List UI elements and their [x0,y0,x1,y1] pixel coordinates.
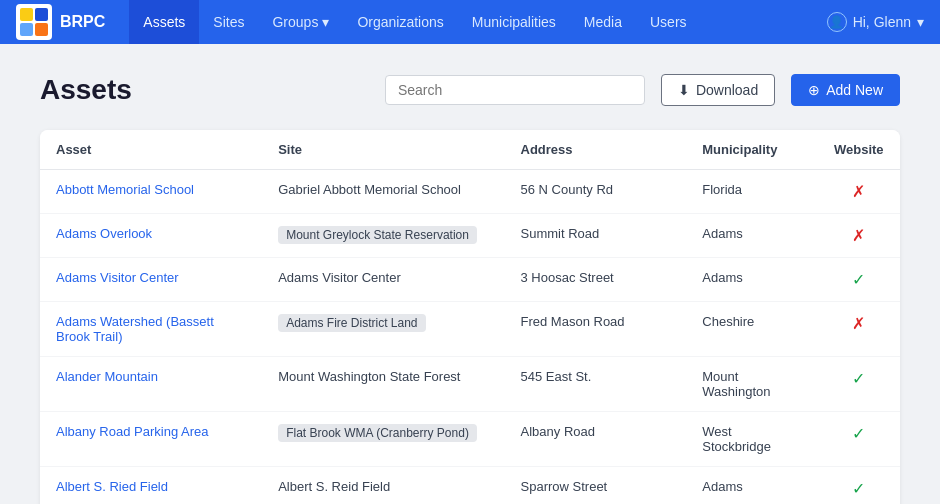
address-cell: 56 N County Rd [505,170,687,214]
add-icon: ⊕ [808,82,820,98]
website-cross-icon: ✗ [852,315,865,332]
navbar: BRPC Assets Sites Groups ▾ Organizations… [0,0,940,44]
col-header-municipality: Municipality [686,130,817,170]
col-header-website: Website [818,130,900,170]
asset-name-cell: Albert S. Ried Field [40,467,262,505]
site-cell: Albert S. Reid Field [262,467,504,505]
asset-name-cell: Adams Watershed (Bassett Brook Trail) [40,302,262,357]
header-actions: ⬇ Download ⊕ Add New [385,74,900,106]
site-label: Gabriel Abbott Memorial School [278,182,461,197]
asset-link[interactable]: Albany Road Parking Area [56,424,208,439]
address-cell: Albany Road [505,412,687,467]
municipality-cell: Adams [686,467,817,505]
table-row: Adams Visitor Center Adams Visitor Cente… [40,258,900,302]
nav-items: Assets Sites Groups ▾ Organizations Muni… [129,0,826,44]
table-row: Adams Watershed (Bassett Brook Trail) Ad… [40,302,900,357]
municipality-cell: Adams [686,214,817,258]
website-cell: ✓ [818,467,900,505]
chevron-down-icon: ▾ [322,14,329,30]
site-cell: Mount Washington State Forest [262,357,504,412]
logo-icon [16,4,52,40]
site-badge: Flat Brook WMA (Cranberry Pond) [278,424,477,442]
add-new-label: Add New [826,82,883,98]
asset-name-cell: Alander Mountain [40,357,262,412]
address-cell: Summit Road [505,214,687,258]
add-new-button[interactable]: ⊕ Add New [791,74,900,106]
col-header-site: Site [262,130,504,170]
col-header-address: Address [505,130,687,170]
website-check-icon: ✓ [852,370,865,387]
table-row: Abbott Memorial School Gabriel Abbott Me… [40,170,900,214]
website-check-icon: ✓ [852,425,865,442]
asset-link[interactable]: Adams Watershed (Bassett Brook Trail) [56,314,214,344]
assets-table: Asset Site Address Municipality Website … [40,130,900,504]
asset-name-cell: Abbott Memorial School [40,170,262,214]
table-row: Albert S. Ried Field Albert S. Reid Fiel… [40,467,900,505]
website-cell: ✗ [818,170,900,214]
user-chevron-icon: ▾ [917,14,924,30]
download-icon: ⬇ [678,82,690,98]
asset-name-cell: Adams Visitor Center [40,258,262,302]
nav-assets[interactable]: Assets [129,0,199,44]
asset-link[interactable]: Albert S. Ried Field [56,479,168,494]
brand-name: BRPC [60,13,105,31]
municipality-cell: Mount Washington [686,357,817,412]
download-button[interactable]: ⬇ Download [661,74,775,106]
website-cell: ✓ [818,412,900,467]
website-check-icon: ✓ [852,480,865,497]
municipality-cell: West Stockbridge [686,412,817,467]
col-header-asset: Asset [40,130,262,170]
assets-table-card: Asset Site Address Municipality Website … [40,130,900,504]
nav-media[interactable]: Media [570,0,636,44]
site-badge: Adams Fire District Land [278,314,425,332]
site-cell: Adams Fire District Land [262,302,504,357]
table-body: Abbott Memorial School Gabriel Abbott Me… [40,170,900,505]
asset-name-cell: Adams Overlook [40,214,262,258]
nav-sites[interactable]: Sites [199,0,258,44]
search-input[interactable] [385,75,645,105]
site-label: Albert S. Reid Field [278,479,390,494]
website-cell: ✗ [818,302,900,357]
asset-link[interactable]: Adams Visitor Center [56,270,179,285]
user-greeting: Hi, Glenn [853,14,911,30]
address-cell: Fred Mason Road [505,302,687,357]
download-label: Download [696,82,758,98]
logo: BRPC [16,4,121,40]
nav-users[interactable]: Users [636,0,701,44]
nav-organizations[interactable]: Organizations [343,0,457,44]
address-cell: 3 Hoosac Street [505,258,687,302]
nav-municipalities[interactable]: Municipalities [458,0,570,44]
website-cell: ✗ [818,214,900,258]
site-cell: Flat Brook WMA (Cranberry Pond) [262,412,504,467]
asset-link[interactable]: Adams Overlook [56,226,152,241]
site-cell: Mount Greylock State Reservation [262,214,504,258]
website-check-icon: ✓ [852,271,865,288]
municipality-cell: Adams [686,258,817,302]
municipality-cell: Florida [686,170,817,214]
website-cross-icon: ✗ [852,227,865,244]
user-icon: 👤 [827,12,847,32]
site-cell: Adams Visitor Center [262,258,504,302]
table-row: Adams Overlook Mount Greylock State Rese… [40,214,900,258]
asset-link[interactable]: Abbott Memorial School [56,182,194,197]
table-row: Albany Road Parking Area Flat Brook WMA … [40,412,900,467]
site-badge: Mount Greylock State Reservation [278,226,477,244]
main-content: Assets ⬇ Download ⊕ Add New Asset Site A… [0,44,940,504]
nav-groups[interactable]: Groups ▾ [258,0,343,44]
website-cross-icon: ✗ [852,183,865,200]
address-cell: 545 East St. [505,357,687,412]
website-cell: ✓ [818,357,900,412]
address-cell: Sparrow Street [505,467,687,505]
page-header: Assets ⬇ Download ⊕ Add New [40,74,900,106]
site-cell: Gabriel Abbott Memorial School [262,170,504,214]
site-label: Adams Visitor Center [278,270,401,285]
user-menu[interactable]: 👤 Hi, Glenn ▾ [827,12,924,32]
table-row: Alander Mountain Mount Washington State … [40,357,900,412]
site-label: Mount Washington State Forest [278,369,460,384]
asset-name-cell: Albany Road Parking Area [40,412,262,467]
website-cell: ✓ [818,258,900,302]
page-title: Assets [40,74,132,106]
municipality-cell: Cheshire [686,302,817,357]
table-header-row: Asset Site Address Municipality Website [40,130,900,170]
asset-link[interactable]: Alander Mountain [56,369,158,384]
